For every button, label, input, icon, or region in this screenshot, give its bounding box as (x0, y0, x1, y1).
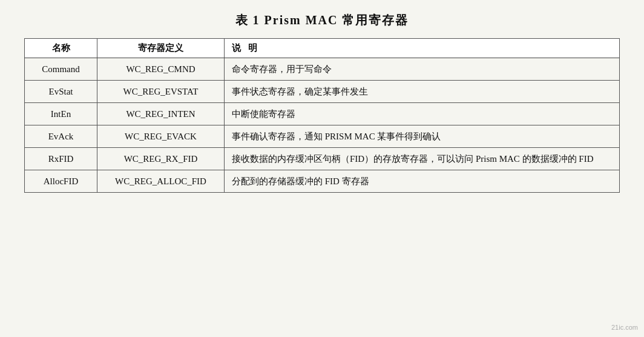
page-title: 表 1 Prism MAC 常用寄存器 (235, 12, 409, 28)
cell-register: WC_REG_CMND (97, 58, 225, 81)
cell-description: 事件状态寄存器，确定某事件发生 (225, 81, 620, 103)
watermark: 21ic.com (611, 324, 638, 331)
cell-description: 事件确认寄存器，通知 PRISM MAC 某事件得到确认 (225, 125, 620, 148)
table-row: AllocFIDWC_REG_ALLOC_FID分配到的存储器缓冲的 FID 寄… (25, 170, 620, 193)
cell-description: 命令寄存器，用于写命令 (225, 58, 620, 81)
table-row: EvAckWC_REG_EVACK事件确认寄存器，通知 PRISM MAC 某事… (25, 125, 620, 148)
register-table: 名称 寄存器定义 说 明 CommandWC_REG_CMND命令寄存器，用于写… (24, 38, 620, 193)
table-row: IntEnWC_REG_INTEN中断使能寄存器 (25, 103, 620, 125)
cell-description: 中断使能寄存器 (225, 103, 620, 125)
cell-register: WC_REG_ALLOC_FID (97, 170, 225, 193)
cell-name: EvStat (25, 81, 97, 103)
cell-name: AllocFID (25, 170, 97, 193)
cell-register: WC_REG_INTEN (97, 103, 225, 125)
cell-register: WC_REG_RX_FID (97, 148, 225, 170)
header-register: 寄存器定义 (97, 39, 225, 58)
table-row: CommandWC_REG_CMND命令寄存器，用于写命令 (25, 58, 620, 81)
table-container: 名称 寄存器定义 说 明 CommandWC_REG_CMND命令寄存器，用于写… (24, 38, 620, 193)
cell-name: IntEn (25, 103, 97, 125)
cell-description: 分配到的存储器缓冲的 FID 寄存器 (225, 170, 620, 193)
table-row: EvStatWC_REG_EVSTAT事件状态寄存器，确定某事件发生 (25, 81, 620, 103)
cell-register: WC_REG_EVACK (97, 125, 225, 148)
cell-register: WC_REG_EVSTAT (97, 81, 225, 103)
cell-description: 接收数据的内存缓冲区句柄（FID）的存放寄存器，可以访问 Prism MAC 的… (225, 148, 620, 170)
cell-name: Command (25, 58, 97, 81)
header-description: 说 明 (225, 39, 620, 58)
table-header-row: 名称 寄存器定义 说 明 (25, 39, 620, 58)
cell-name: RxFID (25, 148, 97, 170)
header-name: 名称 (25, 39, 97, 58)
cell-name: EvAck (25, 125, 97, 148)
table-row: RxFIDWC_REG_RX_FID接收数据的内存缓冲区句柄（FID）的存放寄存… (25, 148, 620, 170)
